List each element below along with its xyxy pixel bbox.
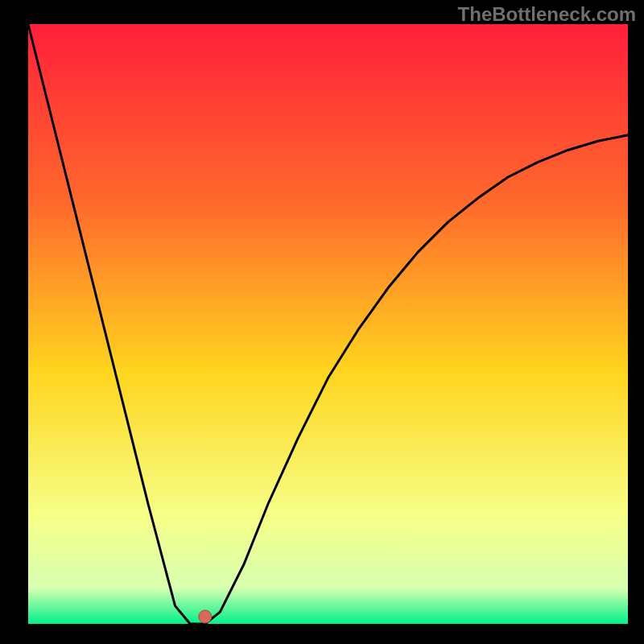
optimal-point-marker xyxy=(199,610,212,623)
chart-frame: { "watermark": "TheBottleneck.com", "col… xyxy=(0,0,644,644)
bottleneck-chart xyxy=(0,0,644,644)
plot-background xyxy=(28,24,628,624)
watermark-text: TheBottleneck.com xyxy=(458,3,636,26)
